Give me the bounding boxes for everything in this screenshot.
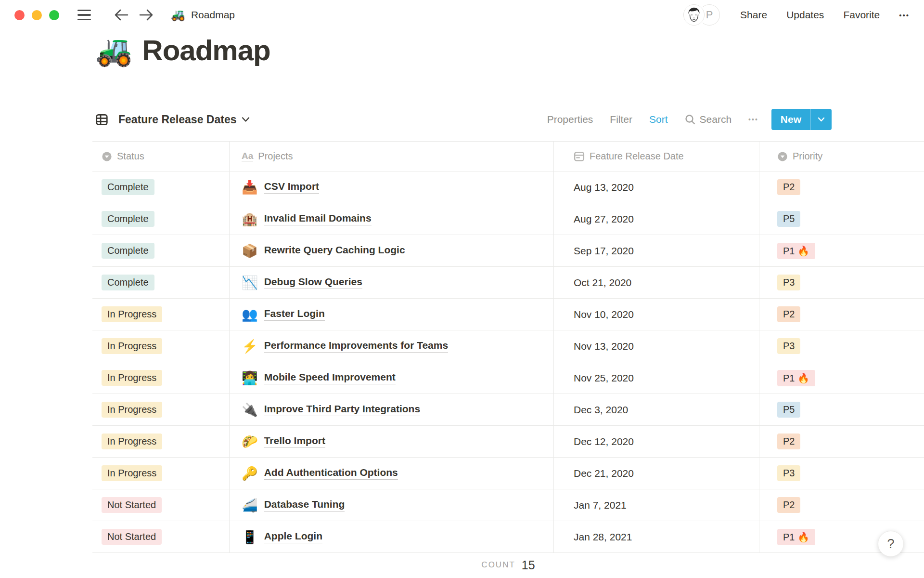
project-cell[interactable]: 👥 Faster Login <box>229 299 553 330</box>
view-selector[interactable]: Feature Release Dates <box>92 113 250 126</box>
date-cell[interactable]: Dec 12, 2020 <box>553 426 759 457</box>
page-emoji-icon[interactable]: 🚜 <box>95 36 132 66</box>
priority-badge[interactable]: P5 <box>777 402 800 418</box>
more-options-icon[interactable]: ••• <box>899 11 910 19</box>
project-cell[interactable]: 👩‍💻 Mobile Speed Improvement <box>229 362 553 394</box>
status-badge[interactable]: In Progress <box>102 370 162 386</box>
project-cell[interactable]: 🏨 Invalid Email Domains <box>229 203 553 235</box>
status-badge[interactable]: Complete <box>102 275 154 290</box>
priority-badge[interactable]: P3 <box>777 338 800 354</box>
status-cell[interactable]: In Progress <box>92 426 229 457</box>
priority-badge[interactable]: P1 🔥 <box>777 370 815 386</box>
status-cell[interactable]: Not Started <box>92 489 229 521</box>
properties-button[interactable]: Properties <box>547 114 593 125</box>
count-footer[interactable]: COUNT 15 <box>92 554 924 576</box>
column-header-priority[interactable]: Priority <box>759 142 924 171</box>
status-cell[interactable]: Not Started <box>92 521 229 552</box>
close-window-button[interactable] <box>14 10 25 20</box>
date-cell[interactable]: Aug 13, 2020 <box>553 171 759 203</box>
status-cell[interactable]: Complete <box>92 235 229 266</box>
page-title[interactable]: Roadmap <box>142 34 270 67</box>
project-cell[interactable]: 📱 Apple Login <box>229 521 553 552</box>
project-link[interactable]: Add Authentication Options <box>264 467 398 480</box>
status-badge[interactable]: Not Started <box>102 497 162 513</box>
date-cell[interactable]: Dec 21, 2020 <box>553 458 759 489</box>
column-header-status[interactable]: Status <box>92 142 229 171</box>
project-link[interactable]: Invalid Email Domains <box>264 212 372 225</box>
filter-button[interactable]: Filter <box>610 114 632 125</box>
project-cell[interactable]: 📥 CSV Import <box>229 171 553 203</box>
new-button[interactable]: New <box>771 109 832 130</box>
status-cell[interactable]: In Progress <box>92 362 229 394</box>
new-dropdown-button[interactable] <box>810 109 832 130</box>
sidebar-menu-icon[interactable] <box>77 10 91 21</box>
help-button[interactable]: ? <box>878 531 904 557</box>
priority-badge[interactable]: P3 <box>777 465 800 481</box>
project-cell[interactable]: 📉 Debug Slow Queries <box>229 267 553 298</box>
collaborator-avatars[interactable]: P <box>683 4 720 26</box>
project-cell[interactable]: ⚡ Performance Improvements for Teams <box>229 330 553 362</box>
status-badge[interactable]: Complete <box>102 179 154 195</box>
date-cell[interactable]: Sep 17, 2020 <box>553 235 759 266</box>
updates-button[interactable]: Updates <box>786 9 824 21</box>
priority-badge[interactable]: P2 <box>777 179 800 195</box>
project-link[interactable]: Trello Import <box>264 435 325 448</box>
zoom-window-button[interactable] <box>49 10 59 20</box>
view-more-options-icon[interactable]: ••• <box>748 116 758 123</box>
project-link[interactable]: Performance Improvements for Teams <box>264 340 448 353</box>
project-link[interactable]: Improve Third Party Integrations <box>264 403 420 416</box>
priority-badge[interactable]: P2 <box>777 434 800 449</box>
status-cell[interactable]: In Progress <box>92 394 229 425</box>
project-link[interactable]: Rewrite Query Caching Logic <box>264 244 405 257</box>
priority-badge[interactable]: P5 <box>777 211 800 227</box>
status-cell[interactable]: Complete <box>92 171 229 203</box>
priority-badge[interactable]: P3 <box>777 275 800 290</box>
status-badge[interactable]: In Progress <box>102 306 162 322</box>
status-badge[interactable]: In Progress <box>102 434 162 449</box>
priority-cell[interactable]: P1 🔥 <box>759 235 924 266</box>
status-cell[interactable]: In Progress <box>92 458 229 489</box>
project-cell[interactable]: 🔌 Improve Third Party Integrations <box>229 394 553 425</box>
date-cell[interactable]: Jan 28, 2021 <box>553 521 759 552</box>
sort-button[interactable]: Sort <box>649 114 668 125</box>
project-link[interactable]: Debug Slow Queries <box>264 276 362 289</box>
forward-arrow-icon[interactable] <box>138 7 154 23</box>
priority-cell[interactable]: P5 <box>759 394 924 425</box>
status-badge[interactable]: In Progress <box>102 402 162 418</box>
priority-badge[interactable]: P2 <box>777 497 800 513</box>
priority-badge[interactable]: P1 🔥 <box>777 243 815 259</box>
priority-cell[interactable]: P2 <box>759 426 924 457</box>
date-cell[interactable]: Oct 21, 2020 <box>553 267 759 298</box>
date-cell[interactable]: Aug 27, 2020 <box>553 203 759 235</box>
status-badge[interactable]: Complete <box>102 243 154 259</box>
status-cell[interactable]: In Progress <box>92 299 229 330</box>
status-cell[interactable]: Complete <box>92 203 229 235</box>
project-cell[interactable]: 📦 Rewrite Query Caching Logic <box>229 235 553 266</box>
priority-badge[interactable]: P2 <box>777 306 800 322</box>
back-arrow-icon[interactable] <box>113 7 129 23</box>
priority-cell[interactable]: P1 🔥 <box>759 362 924 394</box>
search-button[interactable]: Search <box>685 114 732 125</box>
date-cell[interactable]: Dec 3, 2020 <box>553 394 759 425</box>
column-header-projects[interactable]: Aa Projects <box>229 142 553 171</box>
project-link[interactable]: Apple Login <box>264 530 322 543</box>
status-badge[interactable]: In Progress <box>102 465 162 481</box>
date-cell[interactable]: Nov 13, 2020 <box>553 330 759 362</box>
project-cell[interactable]: 🔑 Add Authentication Options <box>229 458 553 489</box>
user-avatar[interactable] <box>683 4 705 26</box>
priority-cell[interactable]: P5 <box>759 203 924 235</box>
date-cell[interactable]: Nov 25, 2020 <box>553 362 759 394</box>
new-button-label[interactable]: New <box>771 109 810 130</box>
status-cell[interactable]: Complete <box>92 267 229 298</box>
column-header-feature-release-date[interactable]: Feature Release Date <box>553 142 759 171</box>
breadcrumb[interactable]: 🚜 Roadmap <box>171 8 235 22</box>
project-link[interactable]: Mobile Speed Improvement <box>264 371 396 384</box>
status-cell[interactable]: In Progress <box>92 330 229 362</box>
project-cell[interactable]: 🚄 Database Tuning <box>229 489 553 521</box>
priority-cell[interactable]: P2 <box>759 171 924 203</box>
priority-cell[interactable]: P3 <box>759 267 924 298</box>
favorite-button[interactable]: Favorite <box>843 9 880 21</box>
priority-cell[interactable]: P3 <box>759 330 924 362</box>
status-badge[interactable]: Not Started <box>102 529 162 545</box>
project-link[interactable]: Faster Login <box>264 308 325 321</box>
